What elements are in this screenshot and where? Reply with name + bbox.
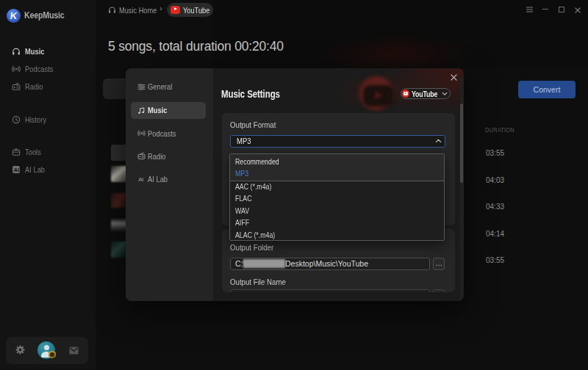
svg-text:Ai: Ai bbox=[138, 176, 143, 183]
svg-text:Ai: Ai bbox=[13, 167, 19, 173]
